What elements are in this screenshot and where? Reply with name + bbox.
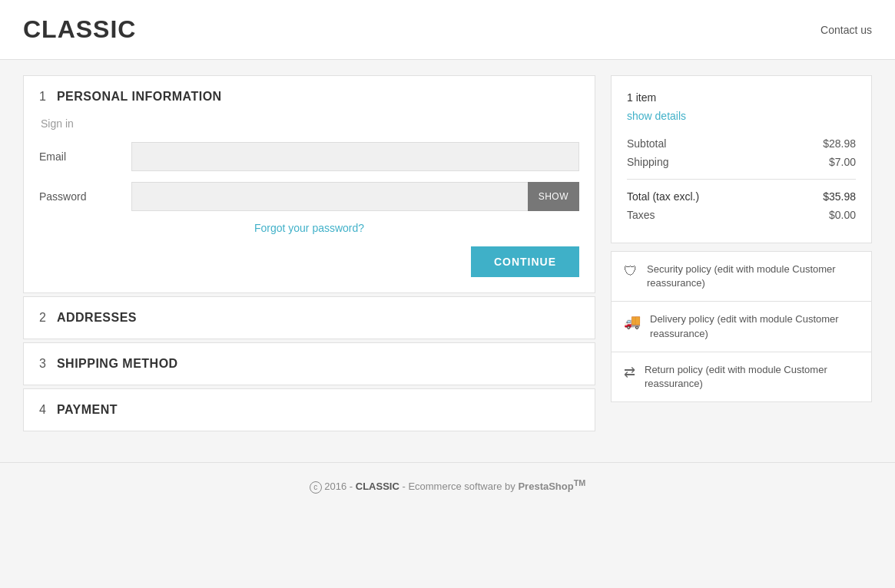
shipping-value: $7.00 xyxy=(829,156,856,168)
contact-link[interactable]: Contact us xyxy=(820,24,872,36)
shipping-label: Shipping xyxy=(627,156,669,168)
order-divider xyxy=(627,179,856,180)
footer-prestashop: PrestaShopTM xyxy=(518,481,585,492)
total-label: Total (tax excl.) xyxy=(627,190,699,203)
copyright-icon: c xyxy=(310,481,322,494)
shield-icon: 🛡 xyxy=(624,263,638,279)
step-3-header[interactable]: 3 SHIPPING METHOD xyxy=(24,343,595,385)
subtotal-label: Subtotal xyxy=(627,137,666,150)
order-summary: 1 item show details Subtotal $28.98 Ship… xyxy=(611,75,872,243)
step-4-payment: 4 PAYMENT xyxy=(23,388,595,431)
forgot-password-link[interactable]: Forgot your password? xyxy=(39,222,579,234)
email-label: Email xyxy=(39,150,131,163)
step-2-header[interactable]: 2 ADDRESSES xyxy=(24,297,595,339)
footer-suffix: - Ecommerce software by xyxy=(402,481,518,492)
step-1-personal-info: 1 PERSONAL INFORMATION Sign in Email Pas… xyxy=(23,75,595,293)
return-policy-text: Return policy (edit with module Customer… xyxy=(645,363,859,391)
taxes-label: Taxes xyxy=(627,209,655,221)
show-password-button[interactable]: SHOW xyxy=(528,182,579,211)
item-count: 1 item xyxy=(627,91,856,104)
footer-dash: - xyxy=(350,481,356,492)
footer-brand: CLASSIC xyxy=(356,481,399,492)
truck-icon: 🚚 xyxy=(624,313,641,330)
return-icon: ⇄ xyxy=(624,364,635,381)
shipping-row: Shipping $7.00 xyxy=(627,156,856,168)
delivery-policy-item: 🚚 Delivery policy (edit with module Cust… xyxy=(612,302,871,352)
total-value: $35.98 xyxy=(823,190,856,203)
continue-button[interactable]: CONTINUE xyxy=(471,246,579,277)
security-policy-text: Security policy (edit with module Custom… xyxy=(647,263,859,290)
password-label: Password xyxy=(39,190,131,203)
footer-year: 2016 xyxy=(324,481,346,492)
return-policy-item: ⇄ Return policy (edit with module Custom… xyxy=(612,352,871,401)
step-4-title: PAYMENT xyxy=(57,403,118,417)
sign-in-label: Sign in xyxy=(39,117,579,130)
step-2-number: 2 xyxy=(39,311,46,325)
site-logo: CLASSIC xyxy=(23,15,136,44)
step-4-number: 4 xyxy=(39,403,46,417)
step-1-number: 1 xyxy=(39,90,46,104)
taxes-row: Taxes $0.00 xyxy=(627,209,856,221)
password-input[interactable] xyxy=(131,182,528,211)
total-row: Total (tax excl.) $35.98 xyxy=(627,190,856,203)
step-3-title: SHIPPING METHOD xyxy=(57,357,178,371)
checkout-steps: 1 PERSONAL INFORMATION Sign in Email Pas… xyxy=(23,75,595,431)
password-wrapper: SHOW xyxy=(131,182,579,211)
policy-section: 🛡 Security policy (edit with module Cust… xyxy=(611,251,872,402)
header: CLASSIC Contact us xyxy=(0,0,895,60)
step-1-header: 1 PERSONAL INFORMATION xyxy=(24,76,595,117)
step-2-addresses: 2 ADDRESSES xyxy=(23,296,595,339)
email-input[interactable] xyxy=(131,142,579,171)
subtotal-value: $28.98 xyxy=(823,137,856,150)
email-group: Email xyxy=(39,142,579,171)
main-content: 1 PERSONAL INFORMATION Sign in Email Pas… xyxy=(0,60,895,447)
step-1-title: PERSONAL INFORMATION xyxy=(57,90,222,104)
show-details-link[interactable]: show details xyxy=(627,110,856,122)
right-sidebar: 1 item show details Subtotal $28.98 Ship… xyxy=(611,75,872,431)
step-1-content: Sign in Email Password SHOW Forgot your … xyxy=(24,117,595,292)
step-4-header[interactable]: 4 PAYMENT xyxy=(24,389,595,431)
subtotal-row: Subtotal $28.98 xyxy=(627,137,856,150)
taxes-value: $0.00 xyxy=(829,209,856,221)
security-policy-item: 🛡 Security policy (edit with module Cust… xyxy=(612,252,871,302)
footer: c 2016 - CLASSIC - Ecommerce software by… xyxy=(0,462,895,509)
step-3-number: 3 xyxy=(39,357,46,371)
step-2-title: ADDRESSES xyxy=(57,311,137,325)
delivery-policy-text: Delivery policy (edit with module Custom… xyxy=(650,312,859,340)
step-3-shipping: 3 SHIPPING METHOD xyxy=(23,342,595,385)
password-group: Password SHOW xyxy=(39,182,579,211)
